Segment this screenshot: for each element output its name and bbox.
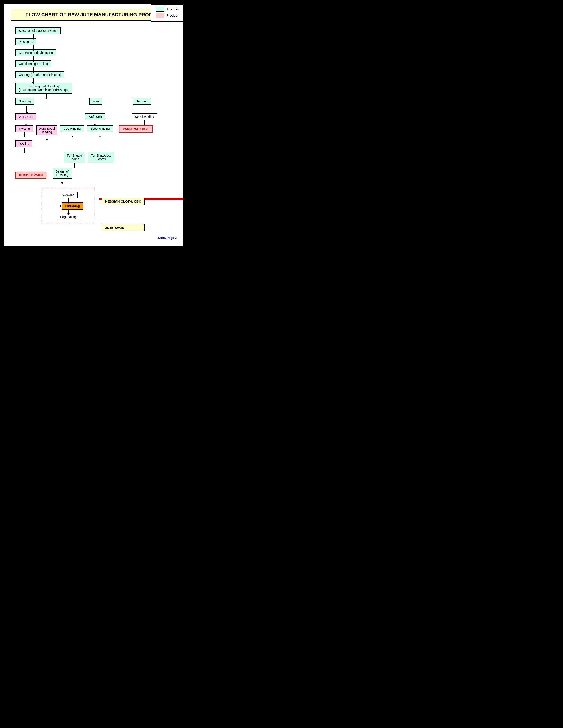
shuttleless-col: For ShuttlelessLooms	[88, 152, 114, 163]
jute-bags-label: JUTE BAGS	[102, 224, 145, 231]
arrow-6	[46, 94, 47, 98]
arrow-1	[33, 34, 34, 38]
arrow-2	[33, 45, 34, 49]
page: FLOW CHART OF RAW JUTE MANUFACTURING PRO…	[4, 4, 183, 246]
reeling-arrows	[15, 148, 25, 152]
weft-col: Weft Yarn	[85, 113, 105, 124]
cont-label: Cont..Page 2	[11, 236, 177, 240]
legend-product-label: Product	[167, 14, 178, 17]
spool-winding-mid-box: Spool winding	[87, 125, 113, 132]
legend-process-box	[156, 7, 164, 12]
warp-weft-row: Warp Yarn Weft Yarn Spool winding	[15, 113, 157, 124]
legend-process: Process	[156, 7, 179, 12]
reeling-row: Reeling	[15, 140, 32, 147]
spool-right-col: Spool winding	[132, 113, 157, 124]
winding-row: Twisting Warp Spoolwinding Cop winding S…	[15, 125, 152, 139]
warp-spool-col: Warp Spoolwinding	[36, 125, 57, 139]
yarn-package-col: YARN PACKAGE	[119, 125, 152, 133]
step-1: Selection of Jute for a Batch	[15, 27, 61, 38]
warp-spool-box: Warp Spoolwinding	[36, 125, 57, 135]
legend-product-box	[156, 13, 164, 18]
step-6: Drawing and Doubling(First, second and f…	[15, 83, 72, 98]
hessian-label: HESSIAN CLOTH, CBC	[102, 198, 145, 205]
step-1-box: Selection of Jute for a Batch	[15, 27, 61, 34]
cop-winding-box: Cop winding	[60, 125, 84, 132]
step-4: Conditioning or Piling	[15, 60, 51, 71]
weaving-section: Weaving Finishing Bag making	[42, 186, 177, 234]
twisting-left-box: Twisting	[15, 125, 33, 132]
arrow-left-finishing	[60, 205, 62, 207]
finishing-box: Finishing	[62, 202, 83, 210]
spinning-arrows	[15, 106, 27, 113]
arrow-3	[33, 56, 34, 60]
warp-col: Warp Yarn	[15, 113, 36, 124]
legend-product: Product	[156, 13, 179, 18]
left-column: Selection of Jute for a Batch Piecing up…	[15, 27, 177, 184]
weft-yarn-box: Weft Yarn	[85, 113, 105, 120]
horiz-line-2	[111, 101, 124, 101]
horiz-line-1	[45, 101, 81, 101]
twisting-left-col: Twisting	[15, 125, 33, 136]
step-6-box: Drawing and Doubling(First, second and f…	[15, 83, 72, 94]
yarn-box: Yarn	[89, 98, 102, 105]
for-shuttle-box: For ShuttleLooms	[64, 152, 85, 163]
spinning-box: Spinning	[15, 98, 34, 105]
weaving-col: Weaving Finishing Bag making	[47, 192, 90, 220]
arrow-5	[33, 78, 34, 83]
spool-winding-right-box: Spool winding	[132, 113, 157, 120]
step-5-box: Carding (Breaker and Finisher)	[15, 71, 64, 78]
yarn-package-label: YARN PACKAGE	[119, 125, 152, 133]
spool-winding-mid-col: Spool winding	[87, 125, 113, 136]
bundle-row: BUNDLE YARN Beaming/Dressing	[15, 168, 72, 183]
legend-process-label: Process	[167, 8, 179, 11]
weaving-box: Weaving	[59, 192, 78, 198]
shuttle-col: For ShuttleLooms	[64, 152, 85, 167]
warp-yarn-box: Warp Yarn	[15, 113, 36, 120]
beaming-col: Beaming/Dressing	[53, 168, 72, 183]
cop-winding-col: Cop winding	[60, 125, 84, 136]
beaming-box: Beaming/Dressing	[53, 168, 72, 179]
horiz-left	[53, 206, 60, 206]
reeling-box: Reeling	[15, 140, 32, 147]
spacer-r	[102, 211, 145, 218]
for-shuttleless-box: For ShuttlelessLooms	[88, 152, 114, 163]
step-3-box: Softening and lubricating	[15, 49, 56, 56]
right-labels: HESSIAN CLOTH, CBC JUTE BAGS	[102, 186, 145, 234]
step-5: Carding (Breaker and Finisher)	[15, 71, 64, 83]
step-2: Piecing up	[15, 38, 36, 49]
shuttle-row: For ShuttleLooms For ShuttlelessLooms	[64, 152, 114, 167]
arrow-4	[33, 67, 34, 71]
step-3: Softening and lubricating	[15, 49, 56, 60]
twisting-box: Twisting	[133, 98, 151, 105]
legend: Process Product	[151, 4, 183, 22]
weaving-dashed-box: Weaving Finishing Bag making	[42, 188, 95, 224]
bundle-yarn-label: BUNDLE YARN	[15, 172, 46, 179]
spinning-row: Spinning Yarn Twisting	[15, 98, 151, 105]
